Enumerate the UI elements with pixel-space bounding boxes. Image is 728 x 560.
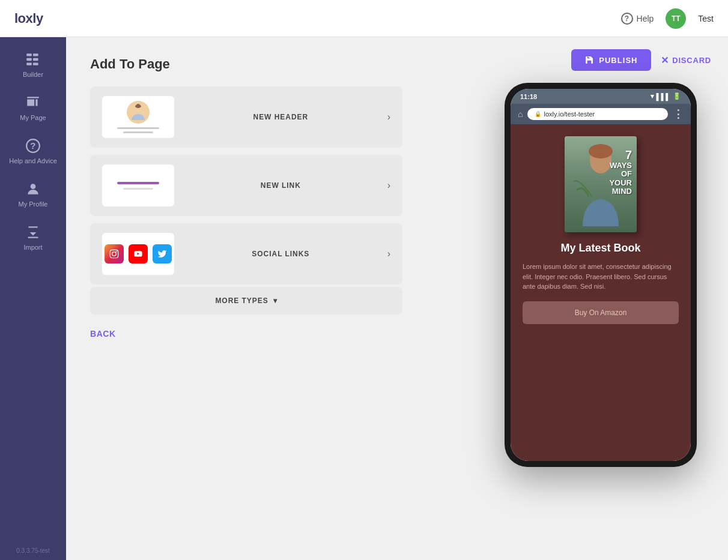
nav-right: ? Help TT Test xyxy=(621,8,714,29)
link-line-main xyxy=(117,182,159,184)
sidebar: Builder My Page ? Help and Advice My Pro… xyxy=(0,37,66,560)
svg-rect-4 xyxy=(33,58,38,61)
social-links-card[interactable]: SOCIAL LINKS › xyxy=(90,223,402,285)
chevron-right-icon: › xyxy=(387,112,390,122)
book-title-ways: WAYS xyxy=(610,161,632,170)
import-label: Import xyxy=(23,244,42,251)
content-heading: My Latest Book xyxy=(523,242,679,254)
url-text: loxly.io/test-tester xyxy=(544,110,595,118)
menu-dots-icon: ⋮ xyxy=(673,107,684,121)
help-advice-label: Help and Advice xyxy=(9,157,57,164)
save-icon xyxy=(584,55,594,65)
back-link[interactable]: BACK xyxy=(90,329,464,339)
import-icon xyxy=(25,224,41,240)
phone-mockup: 11:18 ▾ ▌▌▌ 🔋 ⌂ 🔒 loxly.io/test-tester ⋮ xyxy=(505,83,697,467)
book-title-7: 7 xyxy=(625,148,632,161)
chevron-right-icon-3: › xyxy=(387,248,390,259)
right-panel: PUBLISH ✕ DISCARD 11:18 ▾ ▌▌▌ 🔋 xyxy=(488,37,728,560)
sidebar-item-import[interactable]: Import xyxy=(0,216,66,259)
svg-rect-3 xyxy=(33,53,38,56)
new-header-card[interactable]: NEW HEADER › xyxy=(90,86,402,148)
svg-point-15 xyxy=(116,251,117,252)
discard-label: DISCARD xyxy=(672,56,711,65)
content-section: My Latest Book Lorem ipsum dolor sit ame… xyxy=(511,232,691,334)
book-title-overlay: 7 WAYS OF YOUR MIND xyxy=(609,148,632,196)
person-svg xyxy=(129,103,147,121)
social-links-label: SOCIAL LINKS xyxy=(174,250,387,258)
svg-rect-0 xyxy=(26,53,32,56)
help-circle-icon: ? xyxy=(621,13,633,25)
builder-label: Builder xyxy=(23,71,43,78)
phone-screen: 11:18 ▾ ▌▌▌ 🔋 ⌂ 🔒 loxly.io/test-tester ⋮ xyxy=(511,89,691,461)
new-link-card[interactable]: NEW LINK › xyxy=(90,155,402,216)
top-nav: loxly ? Help TT Test xyxy=(0,0,728,37)
youtube-icon xyxy=(129,244,148,263)
home-icon: ⌂ xyxy=(518,109,523,119)
sidebar-item-my-page[interactable]: My Page xyxy=(0,86,66,130)
phone-content: 7 WAYS OF YOUR MIND DISCOVER THE 21 INFL… xyxy=(511,124,691,461)
page-title: Add To Page xyxy=(90,56,464,72)
battery-icon: 🔋 xyxy=(673,92,681,100)
user-avatar[interactable]: TT xyxy=(666,8,686,29)
phone-url-bar: ⌂ 🔒 loxly.io/test-tester ⋮ xyxy=(511,104,691,124)
amazon-button[interactable]: Buy On Amazon xyxy=(523,301,679,324)
user-name: Test xyxy=(698,14,714,23)
content-body: Lorem ipsum dolor sit amet, consectetur … xyxy=(523,262,679,292)
profile-label: My Profile xyxy=(19,200,48,208)
book-title-mind: MIND xyxy=(612,187,632,196)
svg-rect-9 xyxy=(28,237,38,238)
svg-point-14 xyxy=(112,252,117,256)
header-avatar-icon xyxy=(127,101,150,124)
main-content: Add To Page xyxy=(66,37,728,560)
header-line-long xyxy=(117,127,159,129)
lock-icon: 🔒 xyxy=(535,111,541,117)
book-cover-area: 7 WAYS OF YOUR MIND DISCOVER THE 21 INFL… xyxy=(511,124,691,232)
discard-button[interactable]: ✕ DISCARD xyxy=(661,55,711,66)
x-icon: ✕ xyxy=(661,55,669,66)
sidebar-item-my-profile[interactable]: My Profile xyxy=(0,173,66,216)
instagram-icon xyxy=(105,244,124,263)
new-link-preview xyxy=(102,164,174,206)
phone-time: 11:18 xyxy=(520,93,537,100)
svg-point-8 xyxy=(31,184,36,189)
wifi-icon: ▾ xyxy=(651,92,654,100)
chevron-down-icon: ▾ xyxy=(273,297,278,305)
status-icons: ▾ ▌▌▌ 🔋 xyxy=(651,92,681,100)
svg-text:?: ? xyxy=(30,140,35,151)
link-line-sub xyxy=(123,188,153,190)
version-label: 0.3.3.75-test xyxy=(16,547,50,560)
new-header-preview xyxy=(102,96,174,138)
help-link[interactable]: ? Help xyxy=(621,13,654,25)
book-cover: 7 WAYS OF YOUR MIND DISCOVER THE 21 INFL… xyxy=(565,136,637,232)
publish-label: PUBLISH xyxy=(599,56,637,65)
phone-status-bar: 11:18 ▾ ▌▌▌ 🔋 xyxy=(511,89,691,104)
svg-rect-13 xyxy=(110,250,118,257)
svg-rect-5 xyxy=(33,62,38,65)
builder-icon xyxy=(25,52,41,67)
sidebar-item-help[interactable]: ? Help and Advice xyxy=(0,130,66,173)
signal-icon: ▌▌▌ xyxy=(657,93,670,100)
new-link-label: NEW LINK xyxy=(174,181,387,190)
profile-icon xyxy=(25,181,41,197)
card-list: NEW HEADER › NEW LINK › xyxy=(90,86,402,285)
left-panel: Add To Page xyxy=(66,37,488,560)
svg-point-12 xyxy=(136,104,140,107)
url-input: 🔒 loxly.io/test-tester xyxy=(527,108,668,120)
svg-rect-1 xyxy=(26,58,32,61)
more-types-label: MORE TYPES xyxy=(215,297,268,305)
book-title-your: YOUR xyxy=(609,179,632,187)
social-links-preview xyxy=(102,233,174,275)
header-line-short xyxy=(123,131,153,133)
help-icon: ? xyxy=(25,138,41,154)
publish-button[interactable]: PUBLISH xyxy=(571,49,651,71)
my-page-icon xyxy=(25,95,41,110)
my-page-label: My Page xyxy=(20,114,46,121)
header-lines xyxy=(117,127,159,133)
logo: loxly xyxy=(14,11,43,26)
twitter-icon xyxy=(153,244,172,263)
action-bar: PUBLISH ✕ DISCARD xyxy=(571,49,714,71)
more-types-button[interactable]: MORE TYPES ▾ xyxy=(90,287,402,315)
book-title-of: OF xyxy=(621,170,632,178)
social-icons-preview xyxy=(105,244,172,263)
sidebar-item-builder[interactable]: Builder xyxy=(0,43,66,86)
